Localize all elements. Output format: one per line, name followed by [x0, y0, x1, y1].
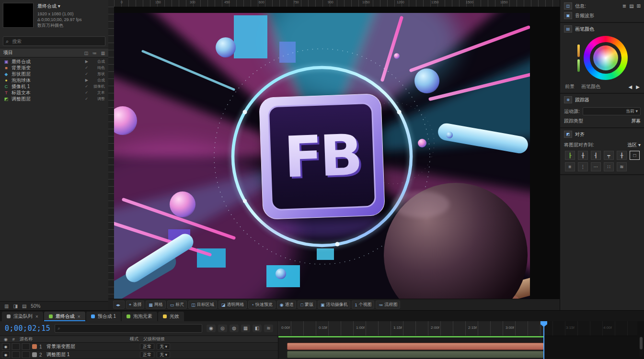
- view-count-button[interactable]: 1个视图: [352, 301, 374, 309]
- parent-dropdown[interactable]: 无 ▾: [157, 351, 170, 358]
- audio-toggle[interactable]: [12, 343, 20, 350]
- rulers-button[interactable]: ▭标尺: [167, 301, 187, 309]
- thumbnail-view-icon[interactable]: ◫: [84, 51, 88, 56]
- list-view-icon[interactable]: ≔: [92, 51, 97, 56]
- project-row[interactable]: T 标题文本 ✓ 文本: [0, 90, 108, 96]
- footer-icon-3[interactable]: ▤: [22, 303, 26, 309]
- source-name-column[interactable]: 源名称: [20, 336, 125, 342]
- distribute-h-button[interactable]: ≡: [565, 162, 575, 171]
- layer-name[interactable]: 背景渐变图层: [46, 343, 138, 350]
- project-item-thumbnail[interactable]: [3, 3, 34, 28]
- tab-light-fx[interactable]: 光效: [158, 312, 184, 321]
- timeline-search-input[interactable]: [62, 325, 199, 331]
- lock-toggle[interactable]: [22, 343, 30, 350]
- tab-render-queue[interactable]: 渲染队列 ×: [2, 312, 43, 321]
- motion-blur-button[interactable]: ◧: [253, 325, 262, 332]
- lock-toggle[interactable]: [22, 351, 30, 358]
- transparency-grid-button[interactable]: ◪透明网格: [218, 301, 247, 309]
- current-timecode[interactable]: 0;00;02;15: [5, 324, 50, 333]
- footer-icon-2[interactable]: ◨: [13, 303, 17, 309]
- search-icon: ⌕: [6, 38, 9, 45]
- layer-color-chip[interactable]: [32, 352, 37, 357]
- project-row[interactable]: ▣ 最终合成 ▶ 合成: [0, 58, 108, 65]
- blend-mode-dropdown[interactable]: 正常: [140, 343, 154, 350]
- mini-sliders[interactable]: [577, 45, 580, 72]
- project-row[interactable]: C 摄像机 1 ✓ 摄像机: [0, 83, 108, 90]
- layer-color-chip[interactable]: [32, 344, 37, 349]
- hide-shy-layers-button[interactable]: ◍: [230, 325, 239, 332]
- timeline-vertical-scrollbar[interactable]: [639, 336, 643, 357]
- track-type-value[interactable]: 屏幕: [631, 118, 641, 124]
- fast-preview-button[interactable]: ◔快速预览: [248, 301, 275, 309]
- grid-icon[interactable]: ⊞: [637, 3, 641, 9]
- trash-icon[interactable]: ▥: [101, 51, 105, 56]
- tab-bubbles[interactable]: 泡泡元素: [122, 312, 157, 321]
- timeline-track-area[interactable]: 0:00f 0:15f 1:00f 1:15f 2:00f 2:15f 3:00…: [278, 321, 644, 359]
- flowchart-button[interactable]: ≔流程图: [376, 301, 400, 309]
- item-type: 合成: [91, 78, 105, 83]
- tab-precomp[interactable]: 预合成 1: [86, 312, 121, 321]
- project-row[interactable]: ● 泡泡球体 ▶ 合成: [0, 77, 108, 83]
- close-icon[interactable]: ×: [78, 314, 80, 319]
- project-search-input[interactable]: [11, 38, 103, 45]
- align-h-center-button[interactable]: ╂: [578, 151, 588, 160]
- mode-column[interactable]: 模式: [130, 336, 138, 342]
- tab-final-comp[interactable]: 最终合成 ×: [44, 312, 85, 321]
- project-row[interactable]: ◩ 调整图层 ✓ 调整: [0, 96, 108, 102]
- panel-icon[interactable]: ▤: [629, 3, 633, 9]
- next-arrow-icon[interactable]: ▶: [636, 84, 640, 90]
- blend-mode-dropdown[interactable]: 正常: [140, 351, 154, 358]
- footer-icon-1[interactable]: ▥: [4, 303, 9, 309]
- active-camera-button[interactable]: ▣活动摄像机: [318, 301, 351, 309]
- layer-row[interactable]: ◉ 2 调整图层 1 正常 无 ▾: [0, 351, 278, 359]
- graph-editor-button[interactable]: ≋: [264, 325, 273, 332]
- layer-name[interactable]: 调整图层 1: [46, 351, 138, 358]
- grid-button[interactable]: ▦网格: [146, 301, 166, 309]
- align-left-button[interactable]: ┠: [565, 151, 575, 160]
- horizontal-ruler[interactable]: 0 150 300 450 600 750 900 1050 1200 1350…: [114, 0, 560, 7]
- close-icon[interactable]: ×: [35, 314, 38, 319]
- nav-arrows-button[interactable]: ◂▸: [113, 301, 125, 309]
- zoom-level[interactable]: 50%: [31, 303, 40, 309]
- color-wheel[interactable]: [584, 36, 628, 80]
- distribute-left-button[interactable]: ⋯: [591, 162, 601, 171]
- target-region-button[interactable]: ◫目标区域: [188, 301, 217, 309]
- draft-3d-button[interactable]: ◎: [218, 325, 227, 332]
- composition-canvas[interactable]: FB FB: [114, 7, 560, 299]
- list-icon[interactable]: ≣: [622, 3, 626, 9]
- right-panel-stack: ◫ 信息: ≣ ▤ ⊞ ▣ 音频波形 ▤ 画笔颜色: [560, 0, 644, 310]
- frame-blending-button[interactable]: ▦: [241, 325, 250, 332]
- comp-mini-flowchart-button[interactable]: ◉: [207, 325, 216, 332]
- align-to-value[interactable]: 选区 ▾: [627, 142, 641, 148]
- item-flag: ▶: [74, 59, 88, 64]
- prev-arrow-icon[interactable]: ◀: [629, 84, 632, 90]
- parent-dropdown[interactable]: 无 ▾: [157, 343, 170, 350]
- distribute-v-button[interactable]: ⋮: [578, 162, 588, 171]
- project-row[interactable]: ■ 背景渐变 ✓ 纯色: [0, 65, 108, 71]
- mask-visibility-button[interactable]: □蒙版: [298, 301, 316, 309]
- selection-tool-button[interactable]: ⌖选择: [126, 301, 144, 309]
- item-flag: ✓: [74, 66, 88, 70]
- align-top-button[interactable]: ┯: [604, 151, 614, 160]
- project-row[interactable]: ◆ 形状图层 ✓ 形状: [0, 71, 108, 77]
- layer-2-duration-bar[interactable]: [287, 351, 544, 358]
- distribute-center-button[interactable]: ∷: [604, 162, 614, 171]
- tab-color-dot: [7, 314, 11, 318]
- layer-1-duration-bar[interactable]: [287, 343, 544, 350]
- parent-column[interactable]: 父级和链接: [143, 336, 165, 342]
- align-v-center-button[interactable]: ╂: [617, 151, 627, 160]
- layer-row[interactable]: ◉ 1 背景渐变图层 正常 无 ▾: [0, 343, 278, 351]
- hue-slider[interactable]: [577, 45, 580, 57]
- saturation-slider[interactable]: [577, 59, 580, 72]
- align-bottom-button[interactable]: □: [630, 151, 640, 160]
- align-right-button[interactable]: ┨: [591, 151, 601, 160]
- paint-title: 画笔颜色: [575, 26, 594, 33]
- distribute-right-button[interactable]: ≋: [617, 162, 627, 171]
- color-wheel-inner[interactable]: [593, 45, 618, 70]
- eye-toggle[interactable]: ◉: [2, 351, 10, 358]
- audio-toggle[interactable]: [12, 351, 20, 358]
- motion-source-dropdown[interactable]: 当前 ▾: [583, 107, 641, 115]
- eye-toggle[interactable]: ◉: [2, 343, 10, 350]
- channels-button[interactable]: ◉通道: [277, 301, 297, 309]
- ruler-label: 1200: [397, 0, 404, 4]
